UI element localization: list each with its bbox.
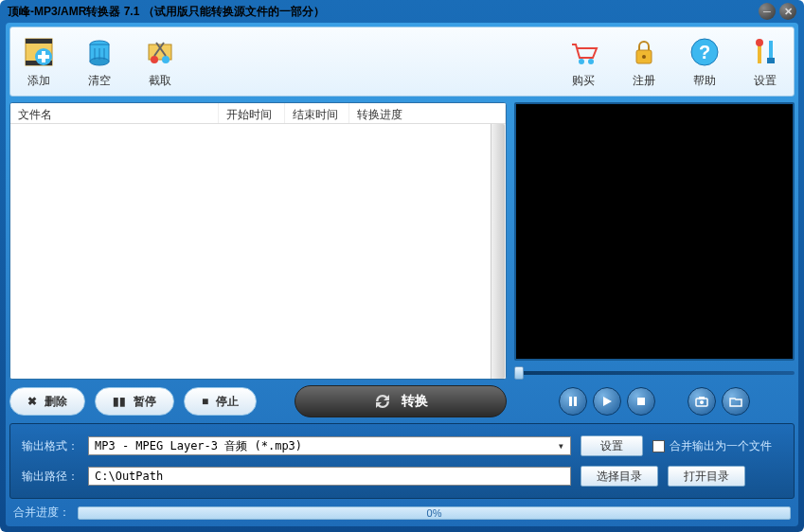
svg-text:?: ? — [699, 42, 710, 62]
pause-icon: ▮▮ — [113, 395, 126, 408]
path-value: C:\OutPath — [95, 470, 163, 483]
col-start[interactable]: 开始时间 — [219, 103, 285, 123]
seek-bar[interactable] — [514, 366, 795, 380]
titlebar: 顶峰-MP3/AMR转换器 7.1 （试用版只能转换源文件的一部分） ─ ✕ — [0, 0, 804, 23]
content-area: 添加 清空 截取 购买 — [6, 23, 798, 526]
svg-point-14 — [162, 56, 170, 63]
seek-track[interactable] — [514, 371, 795, 375]
delete-label: 删除 — [45, 394, 67, 410]
snapshot-button[interactable] — [688, 387, 716, 416]
stop-label: 停止 — [216, 394, 239, 410]
clear-button[interactable]: 清空 — [82, 35, 116, 89]
window-title: 顶峰-MP3/AMR转换器 7.1 （试用版只能转换源文件的一部分） — [8, 4, 759, 20]
svg-point-13 — [151, 56, 158, 63]
svg-rect-31 — [699, 397, 705, 399]
delete-button[interactable]: ✖ 删除 — [9, 387, 85, 416]
tools-icon — [748, 35, 782, 69]
overall-progress-label: 合并进度： — [13, 505, 70, 521]
merge-checkbox[interactable] — [652, 440, 665, 452]
help-label: 帮助 — [693, 73, 716, 89]
media-controls — [514, 385, 795, 417]
settings-label: 设置 — [754, 73, 777, 89]
app-window: 顶峰-MP3/AMR转换器 7.1 （试用版只能转换源文件的一部分） ─ ✕ 添… — [0, 0, 804, 532]
scrollbar-vertical[interactable] — [491, 124, 506, 379]
format-value: MP3 - MPEG Layer-3 音频 (*.mp3) — [95, 438, 302, 454]
add-label: 添加 — [27, 73, 50, 89]
col-end[interactable]: 结束时间 — [285, 103, 349, 123]
media-pause-button[interactable] — [559, 387, 587, 416]
add-icon — [22, 35, 56, 69]
close-button[interactable]: ✕ — [779, 3, 796, 20]
svg-rect-29 — [637, 398, 645, 405]
lock-icon — [627, 35, 661, 69]
svg-point-32 — [700, 400, 704, 404]
cut-button[interactable]: 截取 — [143, 35, 177, 89]
media-play-button[interactable] — [593, 387, 621, 416]
stop-button[interactable]: ■ 停止 — [184, 387, 257, 416]
file-list-body[interactable] — [10, 124, 506, 379]
window-controls: ─ ✕ — [759, 3, 796, 20]
media-stop-button[interactable] — [627, 387, 655, 416]
svg-point-18 — [588, 59, 594, 64]
col-progress[interactable]: 转换进度 — [349, 103, 506, 123]
output-panel: 输出格式： MP3 - MPEG Layer-3 音频 (*.mp3) ▾ 设置… — [9, 423, 795, 499]
svg-rect-5 — [38, 55, 49, 59]
cart-icon — [566, 35, 600, 69]
path-row: 输出路径： C:\OutPath 选择目录 打开目录 — [22, 466, 782, 487]
clear-icon — [82, 35, 116, 69]
svg-rect-26 — [767, 58, 775, 63]
buy-label: 购买 — [572, 73, 595, 89]
svg-rect-28 — [574, 397, 577, 406]
file-list[interactable]: 文件名 开始时间 结束时间 转换进度 — [9, 102, 507, 380]
merge-label: 合并输出为一个文件 — [670, 438, 772, 454]
cut-label: 截取 — [149, 73, 171, 89]
buy-button[interactable]: 购买 — [566, 35, 600, 89]
path-input[interactable]: C:\OutPath — [88, 467, 571, 486]
main-toolbar: 添加 清空 截取 购买 — [9, 27, 795, 97]
add-button[interactable]: 添加 — [22, 35, 56, 89]
open-dir-button[interactable]: 打开目录 — [668, 466, 745, 487]
merge-checkbox-wrap[interactable]: 合并输出为一个文件 — [652, 438, 772, 454]
svg-point-20 — [642, 55, 646, 59]
open-folder-button[interactable] — [722, 387, 750, 416]
svg-rect-1 — [26, 39, 52, 44]
overall-progress-bar: 0% — [78, 506, 791, 520]
register-button[interactable]: 注册 — [627, 35, 661, 89]
file-list-header: 文件名 开始时间 结束时间 转换进度 — [10, 103, 506, 124]
path-label: 输出路径： — [22, 469, 79, 485]
clear-label: 清空 — [88, 73, 111, 89]
format-settings-button[interactable]: 设置 — [581, 435, 643, 456]
stop-icon: ■ — [202, 395, 208, 408]
overall-progress-row: 合并进度： 0% — [9, 505, 795, 523]
format-select[interactable]: MP3 - MPEG Layer-3 音频 (*.mp3) ▾ — [88, 436, 571, 455]
cut-icon — [143, 35, 177, 69]
svg-point-24 — [756, 39, 763, 46]
settings-button[interactable]: 设置 — [748, 35, 782, 89]
action-row: ✖ 删除 ▮▮ 暂停 ■ 停止 转换 — [9, 385, 507, 417]
main-content: 文件名 开始时间 结束时间 转换进度 ✖ 删除 — [9, 102, 795, 417]
convert-label: 转换 — [402, 393, 428, 410]
format-row: 输出格式： MP3 - MPEG Layer-3 音频 (*.mp3) ▾ 设置… — [22, 435, 782, 456]
seek-thumb[interactable] — [514, 366, 524, 380]
left-pane: 文件名 开始时间 结束时间 转换进度 ✖ 删除 — [9, 102, 507, 417]
help-button[interactable]: ? 帮助 — [688, 35, 722, 89]
svg-rect-27 — [569, 397, 572, 406]
overall-progress-percent: 0% — [427, 507, 442, 519]
scrollbar-thumb[interactable] — [492, 124, 505, 379]
register-label: 注册 — [633, 73, 655, 89]
refresh-icon — [373, 392, 392, 411]
minimize-button[interactable]: ─ — [759, 3, 776, 20]
preview-panel — [514, 102, 795, 361]
format-label: 输出格式： — [22, 438, 79, 454]
right-pane — [514, 102, 795, 417]
choose-dir-button[interactable]: 选择目录 — [581, 466, 658, 487]
svg-point-17 — [579, 59, 584, 64]
convert-button[interactable]: 转换 — [295, 385, 507, 417]
pause-label: 暂停 — [134, 394, 156, 410]
x-icon: ✖ — [27, 395, 37, 408]
help-icon: ? — [688, 35, 722, 69]
chevron-down-icon: ▾ — [558, 439, 564, 452]
col-filename[interactable]: 文件名 — [10, 103, 219, 123]
pause-button[interactable]: ▮▮ 暂停 — [95, 387, 174, 416]
